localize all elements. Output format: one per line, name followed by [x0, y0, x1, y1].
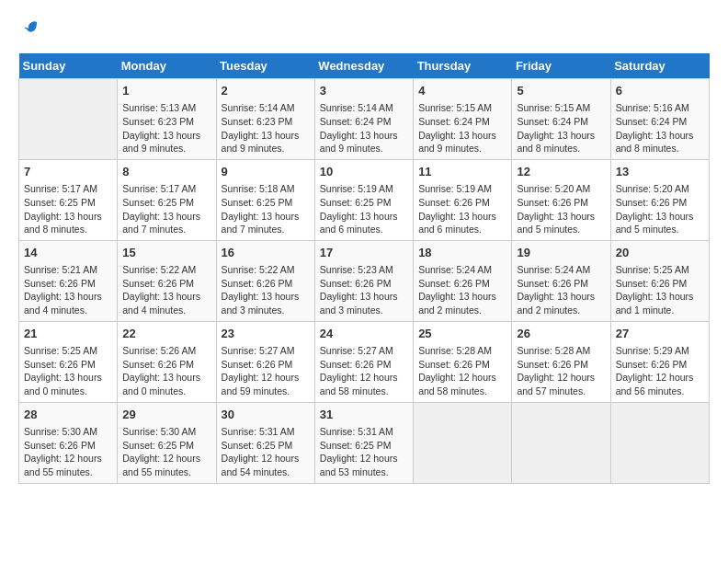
calendar-header-saturday: Saturday	[610, 53, 709, 79]
day-info: Sunrise: 5:27 AM Sunset: 6:26 PM Dayligh…	[320, 344, 408, 398]
day-info: Sunrise: 5:28 AM Sunset: 6:26 PM Dayligh…	[418, 344, 506, 398]
day-info: Sunrise: 5:15 AM Sunset: 6:24 PM Dayligh…	[418, 101, 506, 155]
day-number: 1	[122, 83, 210, 99]
day-number: 28	[24, 407, 112, 423]
day-number: 16	[222, 245, 310, 261]
calendar-cell: 14Sunrise: 5:21 AM Sunset: 6:26 PM Dayli…	[19, 240, 118, 321]
calendar-header-friday: Friday	[512, 53, 610, 79]
calendar-header-wednesday: Wednesday	[314, 53, 413, 79]
calendar-cell: 29Sunrise: 5:30 AM Sunset: 6:25 PM Dayli…	[118, 402, 216, 483]
day-info: Sunrise: 5:13 AM Sunset: 6:23 PM Dayligh…	[122, 101, 210, 155]
calendar-cell: 3Sunrise: 5:14 AM Sunset: 6:24 PM Daylig…	[314, 79, 413, 160]
calendar-header-row: SundayMondayTuesdayWednesdayThursdayFrid…	[19, 53, 710, 79]
day-info: Sunrise: 5:28 AM Sunset: 6:26 PM Dayligh…	[517, 344, 605, 398]
day-number: 22	[122, 326, 210, 342]
day-info: Sunrise: 5:27 AM Sunset: 6:26 PM Dayligh…	[222, 344, 310, 398]
calendar-week-3: 14Sunrise: 5:21 AM Sunset: 6:26 PM Dayli…	[19, 240, 710, 321]
day-number: 2	[222, 83, 310, 99]
day-info: Sunrise: 5:25 AM Sunset: 6:26 PM Dayligh…	[616, 263, 704, 317]
day-number: 15	[122, 245, 210, 261]
day-number: 12	[517, 164, 605, 180]
calendar-cell: 21Sunrise: 5:25 AM Sunset: 6:26 PM Dayli…	[19, 321, 118, 402]
day-number: 14	[24, 245, 112, 261]
day-number: 19	[517, 245, 605, 261]
calendar-cell: 18Sunrise: 5:24 AM Sunset: 6:26 PM Dayli…	[414, 240, 512, 321]
day-info: Sunrise: 5:19 AM Sunset: 6:26 PM Dayligh…	[418, 182, 506, 236]
day-info: Sunrise: 5:30 AM Sunset: 6:25 PM Dayligh…	[122, 425, 210, 479]
calendar-cell: 23Sunrise: 5:27 AM Sunset: 6:26 PM Dayli…	[216, 321, 314, 402]
calendar-cell: 12Sunrise: 5:20 AM Sunset: 6:26 PM Dayli…	[512, 159, 610, 240]
day-number: 30	[222, 407, 310, 423]
day-info: Sunrise: 5:17 AM Sunset: 6:25 PM Dayligh…	[122, 182, 210, 236]
calendar-cell: 4Sunrise: 5:15 AM Sunset: 6:24 PM Daylig…	[414, 79, 512, 160]
day-number: 23	[222, 326, 310, 342]
day-info: Sunrise: 5:26 AM Sunset: 6:26 PM Dayligh…	[122, 344, 210, 398]
day-number: 29	[122, 407, 210, 423]
day-number: 4	[418, 83, 506, 99]
page-header	[18, 18, 710, 39]
calendar-cell: 5Sunrise: 5:15 AM Sunset: 6:24 PM Daylig…	[512, 79, 610, 160]
calendar-table: SundayMondayTuesdayWednesdayThursdayFrid…	[18, 53, 710, 484]
calendar-cell: 6Sunrise: 5:16 AM Sunset: 6:24 PM Daylig…	[610, 79, 709, 160]
calendar-week-2: 7Sunrise: 5:17 AM Sunset: 6:25 PM Daylig…	[19, 159, 710, 240]
day-info: Sunrise: 5:29 AM Sunset: 6:26 PM Dayligh…	[616, 344, 704, 398]
calendar-cell: 26Sunrise: 5:28 AM Sunset: 6:26 PM Dayli…	[512, 321, 610, 402]
day-info: Sunrise: 5:25 AM Sunset: 6:26 PM Dayligh…	[24, 344, 112, 398]
calendar-header-sunday: Sunday	[19, 53, 118, 79]
calendar-cell: 20Sunrise: 5:25 AM Sunset: 6:26 PM Dayli…	[610, 240, 709, 321]
calendar-cell	[19, 79, 118, 160]
day-number: 17	[320, 245, 408, 261]
calendar-cell: 9Sunrise: 5:18 AM Sunset: 6:25 PM Daylig…	[216, 159, 314, 240]
day-number: 21	[24, 326, 112, 342]
day-info: Sunrise: 5:14 AM Sunset: 6:23 PM Dayligh…	[222, 101, 310, 155]
day-info: Sunrise: 5:17 AM Sunset: 6:25 PM Dayligh…	[24, 182, 112, 236]
day-info: Sunrise: 5:22 AM Sunset: 6:26 PM Dayligh…	[222, 263, 310, 317]
calendar-header-monday: Monday	[118, 53, 216, 79]
day-info: Sunrise: 5:19 AM Sunset: 6:25 PM Dayligh…	[320, 182, 408, 236]
calendar-cell	[610, 402, 709, 483]
day-info: Sunrise: 5:30 AM Sunset: 6:26 PM Dayligh…	[24, 425, 112, 479]
day-number: 7	[24, 164, 112, 180]
day-number: 13	[616, 164, 704, 180]
calendar-cell: 24Sunrise: 5:27 AM Sunset: 6:26 PM Dayli…	[314, 321, 413, 402]
day-number: 8	[122, 164, 210, 180]
day-info: Sunrise: 5:21 AM Sunset: 6:26 PM Dayligh…	[24, 263, 112, 317]
calendar-cell: 7Sunrise: 5:17 AM Sunset: 6:25 PM Daylig…	[19, 159, 118, 240]
day-number: 24	[320, 326, 408, 342]
calendar-header-tuesday: Tuesday	[216, 53, 314, 79]
day-number: 9	[222, 164, 310, 180]
calendar-cell: 8Sunrise: 5:17 AM Sunset: 6:25 PM Daylig…	[118, 159, 216, 240]
calendar-cell: 30Sunrise: 5:31 AM Sunset: 6:25 PM Dayli…	[216, 402, 314, 483]
calendar-cell: 22Sunrise: 5:26 AM Sunset: 6:26 PM Dayli…	[118, 321, 216, 402]
calendar-cell: 28Sunrise: 5:30 AM Sunset: 6:26 PM Dayli…	[19, 402, 118, 483]
day-number: 5	[517, 83, 605, 99]
calendar-cell: 16Sunrise: 5:22 AM Sunset: 6:26 PM Dayli…	[216, 240, 314, 321]
calendar-cell: 19Sunrise: 5:24 AM Sunset: 6:26 PM Dayli…	[512, 240, 610, 321]
day-info: Sunrise: 5:16 AM Sunset: 6:24 PM Dayligh…	[616, 101, 704, 155]
day-info: Sunrise: 5:24 AM Sunset: 6:26 PM Dayligh…	[418, 263, 506, 317]
calendar-cell	[512, 402, 610, 483]
calendar-cell	[414, 402, 512, 483]
logo-bird-icon	[20, 18, 40, 39]
day-number: 31	[320, 407, 408, 423]
day-info: Sunrise: 5:20 AM Sunset: 6:26 PM Dayligh…	[616, 182, 704, 236]
day-info: Sunrise: 5:24 AM Sunset: 6:26 PM Dayligh…	[517, 263, 605, 317]
day-number: 3	[320, 83, 408, 99]
calendar-cell: 31Sunrise: 5:31 AM Sunset: 6:25 PM Dayli…	[314, 402, 413, 483]
day-number: 11	[418, 164, 506, 180]
calendar-cell: 17Sunrise: 5:23 AM Sunset: 6:26 PM Dayli…	[314, 240, 413, 321]
day-number: 25	[418, 326, 506, 342]
calendar-cell: 25Sunrise: 5:28 AM Sunset: 6:26 PM Dayli…	[414, 321, 512, 402]
day-number: 6	[616, 83, 704, 99]
calendar-cell: 10Sunrise: 5:19 AM Sunset: 6:25 PM Dayli…	[314, 159, 413, 240]
day-number: 18	[418, 245, 506, 261]
day-info: Sunrise: 5:15 AM Sunset: 6:24 PM Dayligh…	[517, 101, 605, 155]
day-info: Sunrise: 5:18 AM Sunset: 6:25 PM Dayligh…	[222, 182, 310, 236]
day-info: Sunrise: 5:23 AM Sunset: 6:26 PM Dayligh…	[320, 263, 408, 317]
calendar-cell: 27Sunrise: 5:29 AM Sunset: 6:26 PM Dayli…	[610, 321, 709, 402]
calendar-cell: 1Sunrise: 5:13 AM Sunset: 6:23 PM Daylig…	[118, 79, 216, 160]
day-info: Sunrise: 5:31 AM Sunset: 6:25 PM Dayligh…	[222, 425, 310, 479]
day-number: 20	[616, 245, 704, 261]
calendar-cell: 11Sunrise: 5:19 AM Sunset: 6:26 PM Dayli…	[414, 159, 512, 240]
day-number: 10	[320, 164, 408, 180]
